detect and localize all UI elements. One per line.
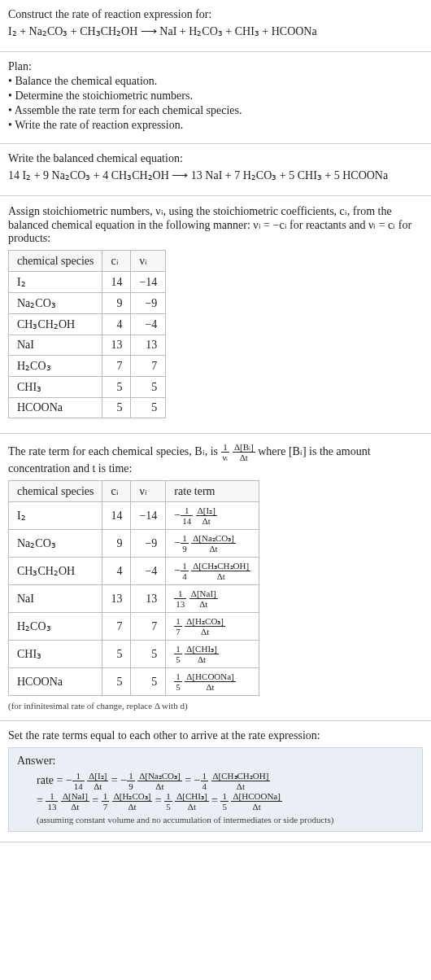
rate-coef-frac: 114 bbox=[72, 771, 85, 791]
plan-heading: Plan: bbox=[8, 60, 423, 73]
frac-den: Δt bbox=[231, 802, 281, 812]
frac-den: Δt bbox=[191, 544, 236, 553]
cell-v: 13 bbox=[131, 335, 166, 356]
frac-num: 1 bbox=[181, 533, 189, 544]
table-header-row: chemical species cᵢ νᵢ rate term bbox=[9, 481, 259, 502]
frac-num: 1 bbox=[102, 791, 110, 802]
rate-label: rate = bbox=[37, 774, 66, 786]
rate-delta-frac: Δ[CHI₃]Δt bbox=[175, 791, 208, 812]
frac-den: 5 bbox=[174, 654, 182, 664]
rate-sign: − bbox=[174, 564, 181, 576]
stoich-section: Assign stoichiometric numbers, νᵢ, using… bbox=[0, 196, 431, 434]
rate-delta-frac: Δ[I₂]Δt bbox=[196, 505, 217, 526]
cell-c: 7 bbox=[102, 356, 131, 377]
cell-species: H₂CO₃ bbox=[9, 356, 102, 377]
frac-den: Δt bbox=[61, 802, 89, 812]
col-rate: rate term bbox=[166, 481, 259, 502]
rate-delta-frac: Δ[H₂CO₃]Δt bbox=[185, 616, 225, 637]
table-row: H₂CO₃77 bbox=[9, 356, 166, 377]
frac-den: 4 bbox=[181, 571, 189, 581]
cell-species: HCOONa bbox=[9, 398, 102, 418]
col-species: chemical species bbox=[9, 481, 102, 502]
frac-den: Δt bbox=[185, 627, 225, 637]
frac-num: 1 bbox=[127, 771, 135, 781]
frac-den: Δt bbox=[185, 654, 218, 664]
cell-v: 5 bbox=[131, 668, 166, 696]
rate-sign: − bbox=[194, 774, 201, 786]
cell-c: 7 bbox=[102, 613, 131, 641]
plan-item: • Balance the chemical equation. bbox=[8, 75, 423, 88]
rate-coef-frac: 113 bbox=[46, 791, 58, 812]
answer-box: Answer: rate = −114 Δ[I₂]Δt = −19 Δ[Na₂C… bbox=[8, 747, 423, 832]
rate-coef-frac: 17 bbox=[174, 616, 182, 637]
rate-sign: − bbox=[120, 774, 127, 786]
cell-rate: 15 Δ[HCOONa]Δt bbox=[166, 668, 259, 696]
table-row: CHI₃55 bbox=[9, 377, 166, 398]
frac-num: 1 bbox=[181, 561, 189, 571]
frac-den: 9 bbox=[181, 544, 189, 553]
frac-den: 5 bbox=[220, 802, 229, 812]
rateterm-frac2: Δ[Bᵢ] Δt bbox=[233, 442, 255, 462]
cell-species: CH₃CH₂OH bbox=[9, 558, 102, 585]
cell-rate: 113 Δ[NaI]Δt bbox=[166, 585, 259, 613]
cell-c: 4 bbox=[102, 558, 131, 585]
balanced-section: Write the balanced chemical equation: 14… bbox=[0, 144, 431, 196]
col-c: cᵢ bbox=[102, 251, 131, 272]
rate-delta-frac: Δ[CH₃CH₂OH]Δt bbox=[191, 561, 250, 581]
frac-den: 13 bbox=[174, 599, 186, 609]
cell-species: I₂ bbox=[9, 272, 102, 293]
cell-v: −14 bbox=[131, 502, 166, 530]
rate-coef-frac: 19 bbox=[127, 771, 135, 791]
cell-rate: −114 Δ[I₂]Δt bbox=[166, 502, 259, 530]
stoich-intro: Assign stoichiometric numbers, νᵢ, using… bbox=[8, 204, 423, 245]
frac-den: Δt bbox=[211, 781, 271, 791]
cell-species: CHI₃ bbox=[9, 377, 102, 398]
rate-expression-line1: rate = −114 Δ[I₂]Δt = −19 Δ[Na₂CO₃]Δt = … bbox=[37, 771, 414, 791]
intro-equation: I₂ + Na₂CO₃ + CH₃CH₂OH ⟶ NaI + H₂CO₃ + C… bbox=[8, 24, 423, 38]
intro-title: Construct the rate of reaction expressio… bbox=[8, 8, 423, 21]
rate-coef-frac: 15 bbox=[220, 791, 229, 812]
cell-c: 9 bbox=[102, 530, 131, 558]
cell-v: −9 bbox=[131, 293, 166, 314]
rate-coef-frac: 114 bbox=[181, 505, 193, 526]
rateterm-footnote: (for infinitesimal rate of change, repla… bbox=[8, 701, 423, 711]
rate-delta-frac: Δ[CHI₃]Δt bbox=[185, 644, 218, 664]
frac-num: 1 bbox=[221, 442, 230, 453]
frac-den: Δt bbox=[189, 599, 218, 609]
equals-cont: = bbox=[37, 794, 46, 807]
cell-c: 5 bbox=[102, 641, 131, 668]
rate-coef-frac: 113 bbox=[174, 588, 186, 609]
frac-den: Δt bbox=[112, 802, 153, 812]
rate-delta-frac: Δ[HCOONa]Δt bbox=[231, 791, 281, 812]
table-row: I₂14−14−114 Δ[I₂]Δt bbox=[9, 502, 259, 530]
cell-c: 13 bbox=[102, 335, 131, 356]
cell-v: 7 bbox=[131, 356, 166, 377]
frac-num: 1 bbox=[201, 771, 209, 781]
rate-delta-frac: Δ[HCOONa]Δt bbox=[185, 672, 235, 692]
final-heading: Set the rate terms equal to each other t… bbox=[8, 729, 423, 742]
rate-sign: − bbox=[174, 509, 181, 521]
cell-c: 14 bbox=[102, 502, 131, 530]
table-row: NaI1313113 Δ[NaI]Δt bbox=[9, 585, 259, 613]
rate-sign: − bbox=[174, 536, 181, 549]
frac-den: 5 bbox=[164, 802, 172, 812]
table-row: HCOONa55 bbox=[9, 398, 166, 418]
table-row: Na₂CO₃9−9 bbox=[9, 293, 166, 314]
frac-num: Δ[Bᵢ] bbox=[233, 442, 255, 453]
frac-num: 1 bbox=[174, 616, 182, 627]
rate-expression-line2: = 113 Δ[NaI]Δt = 17 Δ[H₂CO₃]Δt = 15 Δ[CH… bbox=[37, 791, 414, 812]
final-section: Set the rate terms equal to each other t… bbox=[0, 721, 431, 842]
cell-v: 5 bbox=[131, 641, 166, 668]
frac-den: Δt bbox=[175, 802, 208, 812]
frac-den: 13 bbox=[46, 802, 58, 812]
frac-num: Δ[CH₃CH₂OH] bbox=[191, 561, 250, 571]
table-row: HCOONa5515 Δ[HCOONa]Δt bbox=[9, 668, 259, 696]
plan-item: • Determine the stoichiometric numbers. bbox=[8, 90, 423, 103]
intro-section: Construct the rate of reaction expressio… bbox=[0, 0, 431, 52]
col-species: chemical species bbox=[9, 251, 102, 272]
balanced-heading: Write the balanced chemical equation: bbox=[8, 152, 423, 165]
frac-num: 1 bbox=[164, 791, 172, 802]
rate-coef-frac: 17 bbox=[102, 791, 110, 812]
cell-v: −14 bbox=[131, 272, 166, 293]
rate-coef-frac: 19 bbox=[181, 533, 189, 553]
